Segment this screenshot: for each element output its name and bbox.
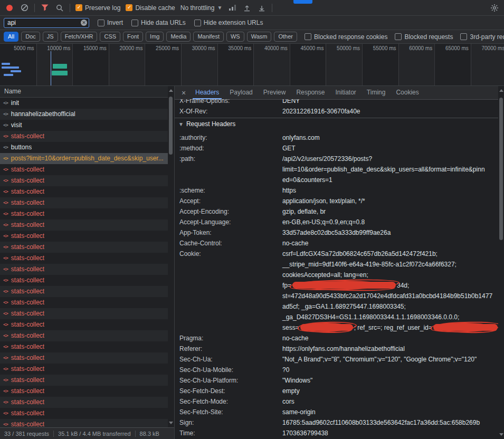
request-row-stats-collect[interactable]: <>stats-collect — [0, 264, 168, 275]
tab-headers[interactable]: Headers — [190, 86, 224, 99]
filter-chip-fetch-xhr[interactable]: Fetch/XHR — [61, 32, 98, 42]
filter-chip-manifest[interactable]: Manifest — [193, 32, 224, 42]
checkbox-icon[interactable] — [131, 20, 138, 26]
waterfall-bar — [2, 63, 10, 65]
request-name: stats-collect — [11, 319, 44, 330]
script-file-icon: <> — [3, 319, 8, 330]
request-row-stats-collect[interactable]: <>stats-collect — [0, 352, 168, 364]
filter-chip-js[interactable]: JS — [43, 32, 58, 42]
request-row-stats-collect[interactable]: <>stats-collect — [0, 397, 168, 408]
tab-initiator[interactable]: Initiator — [330, 86, 361, 99]
request-row-stats-collect[interactable]: <>stats-collect — [0, 231, 168, 242]
tab-payload[interactable]: Payload — [224, 86, 258, 99]
request-row-posts-limit-10-order-publish-d[interactable]: <>posts?limit=10&order=publish_date_desc… — [0, 153, 168, 164]
request-row-stats-collect[interactable]: <>stats-collect — [0, 275, 168, 286]
filter-chip-ws[interactable]: WS — [226, 32, 244, 42]
script-file-icon: <> — [3, 208, 8, 219]
request-row-buttons[interactable]: <>buttons — [0, 142, 168, 153]
filter-chip-font[interactable]: Font — [123, 32, 143, 42]
filter-chip-wasm[interactable]: Wasm — [247, 32, 272, 42]
scroll-up-icon[interactable] — [499, 89, 503, 92]
script-file-icon: <> — [3, 153, 8, 164]
tab-response[interactable]: Response — [291, 86, 330, 99]
scrollbar-thumb[interactable] — [169, 97, 173, 155]
overview-strip[interactable]: 5000 ms10000 ms15000 ms20000 ms25000 ms3… — [0, 44, 504, 86]
filter-toggle-button[interactable] — [40, 3, 50, 13]
checkbox-icon[interactable] — [395, 33, 402, 40]
clear-button[interactable] — [20, 3, 29, 13]
scroll-down-icon[interactable] — [169, 422, 173, 424]
request-row-stats-collect[interactable]: <>stats-collect — [0, 330, 168, 341]
network-conditions-button[interactable] — [227, 3, 237, 13]
request-row-hannahelizabethofficial[interactable]: <>hannahelizabethofficial — [0, 109, 168, 120]
request-row-init[interactable]: <>init — [0, 98, 168, 109]
name-column-header[interactable]: Name — [0, 86, 168, 98]
export-har-button[interactable] — [257, 3, 267, 13]
checkbox-blocked-response-cookies[interactable]: Blocked response cookies — [305, 33, 387, 41]
import-har-button[interactable] — [242, 3, 252, 13]
request-row-stats-collect[interactable]: <>stats-collect — [0, 386, 168, 397]
request-row-visit[interactable]: <>visit — [0, 120, 168, 131]
request-row-stats-collect[interactable]: <>stats-collect — [0, 242, 168, 253]
triangle-down-icon: ▼ — [178, 121, 184, 127]
details-scrollbar[interactable] — [498, 86, 504, 439]
request-row-stats-collect[interactable]: <>stats-collect — [0, 175, 168, 186]
request-list-scrollbar[interactable] — [168, 86, 174, 427]
settings-button[interactable] — [490, 3, 499, 13]
request-headers-section[interactable]: ▼Request Headers — [175, 118, 498, 130]
request-row-stats-collect[interactable]: <>stats-collect — [0, 197, 168, 208]
checkbox-icon[interactable] — [98, 20, 104, 26]
request-row-stats-collect[interactable]: <>stats-collect — [0, 253, 168, 264]
checkbox-3rd-party-requests[interactable]: 3rd-party requests — [460, 33, 504, 41]
request-row-stats-collect[interactable]: <>stats-collect — [0, 364, 168, 375]
request-row-stats-collect[interactable]: <>stats-collect — [0, 208, 168, 219]
requests-count: 33 / 381 requests — [0, 431, 53, 437]
overview-time-label: 40000 ms — [264, 45, 290, 51]
filter-chip-css[interactable]: CSS — [100, 32, 120, 42]
request-row-stats-collect[interactable]: <>stats-collect — [0, 408, 168, 419]
hide-extension-urls-checkbox[interactable]: Hide extension URLs — [194, 19, 263, 26]
filter-input[interactable] — [4, 18, 89, 28]
search-button[interactable] — [55, 3, 64, 13]
preserve-log-checkbox[interactable]: Preserve log — [75, 4, 120, 12]
checkbox-icon[interactable] — [460, 33, 467, 40]
resources-size: 88.3 kB — [135, 431, 164, 437]
header-name: Sec-Fetch-Mode: — [175, 396, 278, 407]
record-button[interactable] — [5, 3, 14, 13]
request-row-stats-collect[interactable]: <>stats-collect — [0, 164, 168, 175]
request-row-stats-collect[interactable]: <>stats-collect — [0, 286, 168, 297]
tab-preview[interactable]: Preview — [258, 86, 291, 99]
filter-chip-all[interactable]: All — [4, 32, 18, 42]
tab-timing[interactable]: Timing — [362, 86, 391, 99]
gear-icon — [490, 4, 499, 12]
request-row-stats-collect[interactable]: <>stats-collect — [0, 131, 168, 142]
throttling-select[interactable]: No throttling ▼ — [180, 4, 223, 12]
tab-cookies[interactable]: Cookies — [391, 86, 424, 99]
request-row-stats-collect[interactable]: <>stats-collect — [0, 308, 168, 319]
waterfall-bar — [11, 70, 21, 72]
checkbox-icon[interactable] — [194, 20, 201, 26]
request-row-stats-collect[interactable]: <>stats-collect — [0, 419, 168, 427]
request-row-stats-collect[interactable]: <>stats-collect — [0, 219, 168, 231]
filter-chip-media[interactable]: Media — [166, 32, 191, 42]
filter-chip-other[interactable]: Other — [274, 32, 297, 42]
scroll-down-icon[interactable] — [499, 433, 503, 436]
request-row-stats-collect[interactable]: <>stats-collect — [0, 341, 168, 352]
hide-data-urls-checkbox[interactable]: Hide data URLs — [131, 19, 186, 26]
scrollbar-thumb[interactable] — [499, 98, 503, 240]
checkbox-icon[interactable] — [126, 4, 132, 11]
disable-cache-checkbox[interactable]: Disable cache — [126, 4, 175, 12]
invert-checkbox[interactable]: Invert — [98, 19, 123, 26]
checkbox-blocked-requests[interactable]: Blocked requests — [395, 33, 453, 41]
request-row-stats-collect[interactable]: <>stats-collect — [0, 297, 168, 308]
request-row-stats-collect[interactable]: <>stats-collect — [0, 186, 168, 197]
scroll-up-icon[interactable] — [169, 89, 173, 92]
checkbox-icon[interactable] — [75, 4, 82, 11]
filter-chip-doc[interactable]: Doc — [21, 32, 40, 42]
checkbox-icon[interactable] — [305, 33, 311, 40]
request-row-stats-collect[interactable]: <>stats-collect — [0, 375, 168, 386]
close-details-icon[interactable]: × — [177, 89, 190, 97]
filter-chip-img[interactable]: Img — [146, 32, 164, 42]
request-row-stats-collect[interactable]: <>stats-collect — [0, 319, 168, 330]
clear-filter-icon[interactable]: ✕ — [81, 20, 87, 26]
